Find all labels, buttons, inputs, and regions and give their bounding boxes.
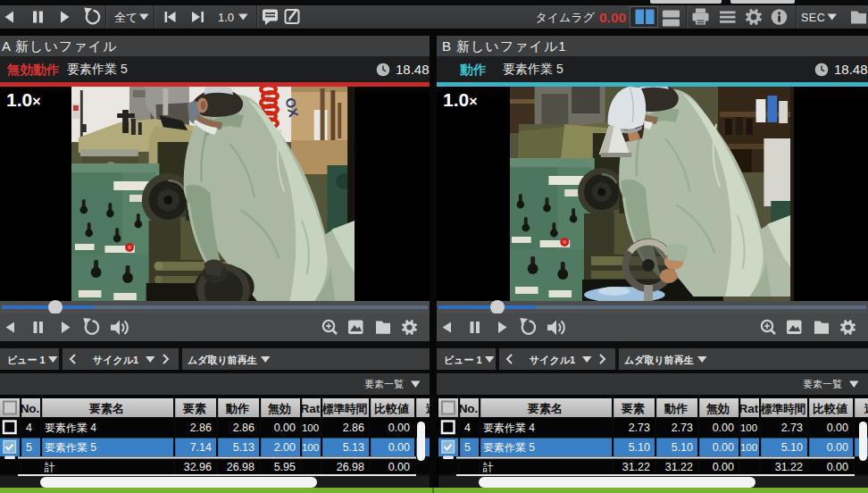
svg-text:2.86: 2.86 [233,422,255,434]
svg-text:32.96: 32.96 [184,461,212,473]
svg-text:0.00: 0.00 [827,422,848,434]
svg-text:0.00: 0.00 [713,461,734,473]
svg-text:31.22: 31.22 [665,461,693,473]
svg-text:5.10: 5.10 [672,441,693,454]
svg-text:5: 5 [464,441,471,454]
svg-text:0.00: 0.00 [713,422,734,434]
svg-text:要素作業 5: 要素作業 5 [45,441,96,454]
svg-text:要素: 要素 [621,402,645,415]
svg-text:要素一覧: 要素一覧 [803,379,842,389]
svg-text:2.00: 2.00 [274,441,296,454]
svg-text:0.00: 0.00 [599,10,626,25]
svg-text:5.13: 5.13 [343,441,364,454]
svg-text:タイムラグ: タイムラグ [535,11,595,24]
svg-text:4: 4 [26,422,32,434]
svg-text:26.98: 26.98 [227,461,255,473]
svg-text:要素名: 要素名 [527,402,563,415]
svg-text:要素作業 5: 要素作業 5 [483,441,535,454]
svg-text:2.86: 2.86 [343,422,364,434]
svg-text:比較値: 比較値 [374,402,409,415]
svg-text:要素: 要素 [182,402,206,415]
svg-text:4: 4 [464,422,471,434]
svg-text:SEC: SEC [801,12,825,24]
svg-text:2.73: 2.73 [672,422,693,434]
svg-text:5.10: 5.10 [781,441,803,454]
svg-text:0.00: 0.00 [388,461,410,473]
svg-text:1.0: 1.0 [218,11,234,24]
svg-text:計: 計 [44,461,55,473]
svg-text:サイクル1: サイクル1 [530,355,575,365]
svg-text:0.00: 0.00 [388,441,410,454]
svg-text:5.10: 5.10 [629,441,650,454]
svg-text:無効: 無効 [705,402,730,415]
svg-text:0.00: 0.00 [713,441,734,454]
svg-text:0.00: 0.00 [827,441,848,454]
svg-text:比較値: 比較値 [813,402,847,415]
svg-text:無効: 無効 [267,402,291,415]
svg-text:全て: 全て [114,11,138,24]
svg-text:26.98: 26.98 [337,461,364,473]
svg-text:要素作業 4: 要素作業 4 [45,422,96,434]
svg-text:5.13: 5.13 [233,441,255,454]
svg-text:ムダ取り前再生: ムダ取り前再生 [624,355,694,366]
svg-text:計: 計 [482,461,494,473]
svg-text:0.00: 0.00 [388,422,410,434]
svg-text:Rat: Rat [301,402,321,415]
svg-text:動作: 動作 [664,402,688,415]
svg-text:ビュー 1: ビュー 1 [7,355,46,365]
svg-text:2.86: 2.86 [190,422,212,434]
svg-text:サイクル1: サイクル1 [93,355,138,365]
svg-text:標準時間: 標準時間 [760,403,806,415]
svg-text:要素名: 要素名 [88,402,124,415]
svg-text:要素作業 4: 要素作業 4 [483,422,535,434]
svg-text:速度: 速度 [864,402,868,415]
svg-text:ビュー 1: ビュー 1 [444,355,482,365]
svg-text:31.22: 31.22 [622,461,650,473]
svg-text:7.14: 7.14 [190,441,212,454]
svg-text:31.22: 31.22 [775,461,803,473]
svg-text:100: 100 [302,442,319,453]
svg-text:No.: No. [21,402,40,415]
svg-text:0.00: 0.00 [827,461,848,473]
svg-text:100: 100 [740,442,757,453]
svg-text:動作: 動作 [225,402,249,415]
svg-text:標準時間: 標準時間 [321,403,368,415]
svg-text:要素一覧: 要素一覧 [364,379,404,389]
svg-text:No.: No. [459,402,479,415]
svg-text:0.00: 0.00 [274,422,296,434]
svg-text:100: 100 [740,422,757,433]
svg-text:ムダ取り前再生: ムダ取り前再生 [188,355,257,366]
svg-text:100: 100 [302,422,319,433]
svg-text:2.73: 2.73 [781,422,803,434]
svg-text:2.73: 2.73 [629,422,650,434]
svg-text:5.95: 5.95 [274,461,296,473]
svg-text:Rat: Rat [739,402,759,415]
svg-text:5: 5 [26,441,32,454]
